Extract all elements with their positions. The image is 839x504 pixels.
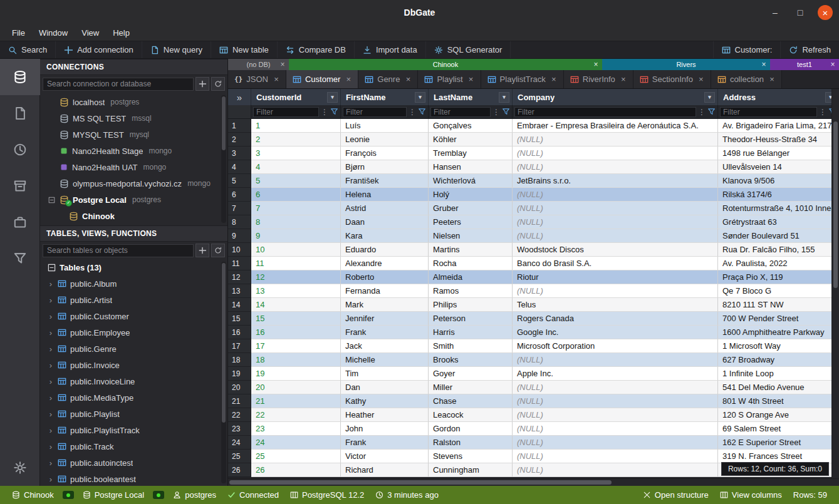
filter-input-address[interactable] (720, 107, 817, 117)
cell-firstname[interactable]: Richard (341, 463, 429, 477)
cell-lastname[interactable]: Martins (429, 243, 513, 257)
menu-window[interactable]: Window (32, 27, 75, 39)
toolbar-refresh[interactable]: Refresh (780, 41, 839, 58)
table-item-public-customer[interactable]: ›public.Customer (40, 308, 227, 324)
cell-customerid[interactable]: 1 (251, 119, 341, 133)
iconbar-settings[interactable] (0, 450, 40, 486)
cell-company[interactable]: Embraer - Empresa Brasileira de Aeronáut… (513, 119, 718, 133)
table-item-public-employee[interactable]: ›public.Employee (40, 324, 227, 341)
connection-nano2health-stage[interactable]: Nano2Health Stagemongo (40, 143, 227, 159)
cell-lastname[interactable]: Cunningham (429, 463, 513, 477)
tab-riverinfo[interactable]: RiverInfo× (564, 70, 633, 88)
cell-customerid[interactable]: 9 (251, 229, 341, 243)
table-item-public-album[interactable]: ›public.Album (40, 275, 227, 292)
cell-company[interactable]: (NULL) (513, 133, 718, 147)
row-number[interactable]: 6 (228, 188, 251, 202)
cell-address[interactable]: 627 Broadway (718, 353, 839, 367)
connections-scrollbar[interactable] (221, 95, 226, 223)
cell-firstname[interactable]: Fernanda (341, 284, 429, 298)
close-db-tab-icon[interactable]: × (830, 61, 836, 68)
cell-customerid[interactable]: 8 (251, 215, 341, 229)
menu-file[interactable]: File (5, 27, 32, 39)
toolbar-import-data[interactable]: Import data (355, 41, 426, 58)
cell-address[interactable]: 801 W 4th Street (718, 394, 839, 408)
cell-lastname[interactable]: Gonçalves (429, 119, 513, 133)
cell-address[interactable]: Ullevålsveien 14 (718, 160, 839, 174)
cell-customerid[interactable]: 21 (251, 394, 341, 408)
cell-address[interactable]: Praça Pio X, 119 (718, 270, 839, 284)
connection-localhost[interactable]: localhostpostgres (40, 94, 227, 110)
cell-customerid[interactable]: 26 (251, 463, 341, 477)
column-dropdown-icon[interactable]: ▾ (415, 92, 425, 103)
filter-menu-icon[interactable]: ⋮ (698, 108, 706, 116)
row-number[interactable]: 20 (228, 381, 251, 394)
db-tab-test1[interactable]: test1× (770, 59, 839, 70)
iconbar-files[interactable] (0, 95, 40, 131)
column-header-company[interactable]: Company▾ (513, 89, 718, 105)
cell-customerid[interactable]: 7 (251, 202, 341, 215)
cell-company[interactable]: (NULL) (513, 202, 718, 215)
cell-lastname[interactable]: Köhler (429, 133, 513, 147)
cell-lastname[interactable]: Harris (429, 326, 513, 339)
cell-customerid[interactable]: 6 (251, 188, 341, 202)
tab-collection[interactable]: collection× (711, 70, 782, 88)
cell-lastname[interactable]: Chase (429, 394, 513, 408)
connections-search-input[interactable] (43, 78, 194, 91)
cell-company[interactable]: JetBrains s.r.o. (513, 174, 718, 188)
status-view-columns[interactable]: View columns (714, 490, 788, 500)
row-number[interactable]: 14 (228, 298, 251, 312)
close-tab-icon[interactable]: × (769, 75, 775, 83)
status-open-structure[interactable]: Open structure (637, 490, 714, 500)
menu-help[interactable]: Help (106, 27, 137, 39)
close-db-tab-icon[interactable]: × (593, 61, 599, 68)
funnel-icon[interactable] (418, 108, 426, 116)
column-header-address[interactable]: Address▾ (718, 89, 839, 105)
row-number[interactable]: 9 (228, 229, 251, 243)
cell-company[interactable]: (NULL) (513, 284, 718, 298)
cell-company[interactable]: Apple Inc. (513, 367, 718, 381)
cell-lastname[interactable]: Wichterlová (429, 174, 513, 188)
connections-scroll-thumb[interactable] (222, 96, 226, 150)
cell-company[interactable]: Banco do Brasil S.A. (513, 257, 718, 270)
column-header-customerid[interactable]: CustomerId▾ (251, 89, 341, 105)
table-item-public-playlist[interactable]: ›public.Playlist (40, 406, 227, 422)
maximize-button[interactable]: □ (793, 5, 808, 20)
cell-company[interactable]: Telus (513, 298, 718, 312)
cell-firstname[interactable]: Eduardo (341, 243, 429, 257)
cell-customerid[interactable]: 13 (251, 284, 341, 298)
tab-playlist[interactable]: Playlist× (418, 70, 481, 88)
close-tab-icon[interactable]: × (405, 75, 411, 83)
close-tab-icon[interactable]: × (551, 75, 557, 83)
refresh-tables-button[interactable] (211, 244, 225, 257)
close-tab-icon[interactable]: × (345, 75, 352, 83)
cell-company[interactable]: Riotur (513, 270, 718, 284)
funnel-icon[interactable] (330, 108, 338, 116)
toolbar-compare-db[interactable]: Compare DB (278, 41, 355, 58)
cell-firstname[interactable]: Luís (341, 119, 429, 133)
row-number[interactable]: 18 (228, 353, 251, 367)
funnel-icon[interactable] (502, 108, 510, 116)
cell-address[interactable]: Qe 7 Bloco G (718, 284, 839, 298)
status-3-minutes-ago[interactable]: 3 minutes ago (370, 490, 444, 500)
cell-address[interactable]: 69 Salem Street (718, 422, 839, 436)
table-item-public-track[interactable]: ›public.Track (40, 438, 227, 455)
horizontal-scrollbar[interactable] (228, 478, 839, 486)
close-db-tab-icon[interactable]: × (761, 61, 767, 68)
cell-address[interactable]: 1600 Amphitheatre Parkway (718, 326, 839, 339)
cell-firstname[interactable]: Astrid (341, 202, 429, 215)
collapse-icon[interactable] (48, 264, 56, 272)
cell-customerid[interactable]: 11 (251, 257, 341, 270)
cell-company[interactable]: (NULL) (513, 436, 718, 450)
cell-address[interactable]: Av. Paulista, 2022 (718, 257, 839, 270)
row-number[interactable]: 22 (228, 408, 251, 422)
cell-address[interactable]: Av. Brigadeiro Faria Lima, 2170 (718, 119, 839, 133)
iconbar-cell-data[interactable] (0, 240, 40, 277)
cell-address[interactable]: 319 N. Frances Street (718, 450, 839, 463)
tab-customer[interactable]: Customer× (286, 70, 358, 88)
row-number[interactable]: 25 (228, 450, 251, 463)
tables-search-input[interactable] (43, 244, 194, 257)
cell-firstname[interactable]: Leonie (341, 133, 429, 147)
table-item-public-invoiceline[interactable]: ›public.InvoiceLine (40, 373, 227, 389)
cell-firstname[interactable]: Frank (341, 436, 429, 450)
cell-lastname[interactable]: Nielsen (429, 229, 513, 243)
